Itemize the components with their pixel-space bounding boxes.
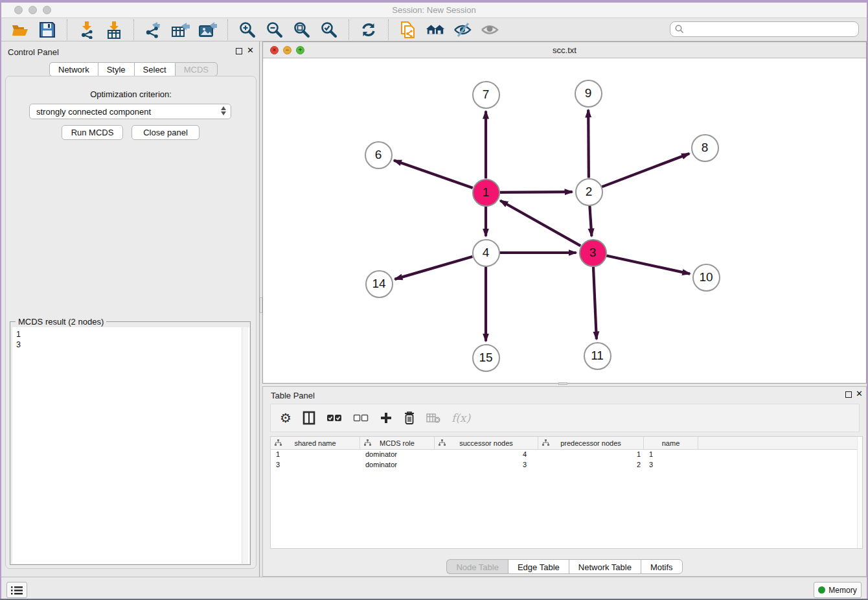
mcds-panel: Optimization criterion: strongly connect… (5, 76, 257, 569)
zoom-out-icon[interactable] (265, 20, 284, 40)
import-network-icon[interactable] (77, 20, 97, 40)
mcds-result-text[interactable]: 1 3 (12, 327, 249, 564)
table-row[interactable]: 3 dominator 3 2 3 (271, 460, 862, 470)
cell-name[interactable]: 1 (644, 450, 698, 460)
graph-edge-2-3[interactable] (589, 205, 591, 236)
delete-table-icon[interactable] (426, 410, 440, 426)
graph-node-11[interactable]: 11 (584, 342, 611, 370)
tab-mcds[interactable]: MCDS (175, 62, 218, 76)
graph-edge-1-2[interactable] (499, 192, 572, 192)
cell-mcds-role[interactable]: dominator (360, 450, 435, 460)
graph-edge-1-6[interactable] (394, 160, 473, 187)
control-panel-header: Control Panel ✕ (1, 41, 262, 61)
function-icon[interactable]: f(x) (451, 410, 470, 426)
zoom-fit-icon[interactable] (292, 20, 312, 40)
graph-edge-3-11[interactable] (593, 266, 597, 339)
cell-shared-name[interactable]: 3 (271, 460, 360, 470)
dropdown-stepper-icon (221, 106, 226, 115)
cell-successor-nodes[interactable]: 4 (435, 450, 538, 460)
zoom-selected-icon[interactable] (319, 20, 339, 40)
column-header-predecessor-nodes[interactable]: predecessor nodes (538, 437, 644, 449)
column-header-name[interactable]: name (644, 437, 698, 449)
tab-edge-table[interactable]: Edge Table (508, 559, 569, 574)
cell-predecessor-nodes[interactable]: 1 (538, 450, 644, 460)
close-panel-icon[interactable]: ✕ (247, 45, 254, 55)
run-mcds-button[interactable]: Run MCDS (62, 125, 123, 140)
cell-shared-name[interactable]: 1 (271, 450, 360, 460)
graph-node-9[interactable]: 9 (575, 80, 602, 108)
task-history-button[interactable] (6, 582, 27, 598)
tab-network[interactable]: Network (49, 62, 98, 76)
graph-node-7[interactable]: 7 (472, 81, 500, 109)
graph-edge-3-10[interactable] (606, 256, 690, 274)
float-panel-icon[interactable] (236, 48, 242, 54)
export-table-icon[interactable] (171, 20, 190, 40)
result-scrollbar[interactable] (242, 327, 248, 564)
tab-network-table[interactable]: Network Table (569, 559, 641, 574)
export-network-icon[interactable] (144, 20, 163, 40)
main-toolbar (1, 18, 867, 41)
graph-edge-4-14[interactable] (394, 257, 472, 279)
graph-node-10[interactable]: 10 (692, 264, 720, 292)
search-input[interactable] (685, 25, 858, 34)
hide-eye-icon[interactable] (453, 20, 472, 40)
table-panel: Table Panel ✕ ⚙ f(x) shared name (262, 386, 867, 577)
criterion-dropdown[interactable]: strongly connected component (29, 104, 231, 119)
table-row[interactable]: 1 dominator 4 1 1 (271, 450, 862, 460)
memory-button[interactable]: Memory (814, 582, 862, 598)
table-scrollbar[interactable] (857, 437, 862, 548)
save-icon[interactable] (38, 20, 57, 40)
add-icon[interactable] (380, 410, 393, 426)
graph-edge-2-9[interactable] (588, 110, 589, 178)
cell-successor-nodes[interactable]: 3 (435, 460, 538, 470)
refresh-icon[interactable] (359, 20, 378, 40)
search-field[interactable] (670, 21, 859, 37)
table-panel-tabs: Node Table Edge Table Network Table Moti… (263, 559, 866, 574)
tab-select[interactable]: Select (134, 62, 175, 76)
toolbar-separator (67, 19, 67, 40)
select-all-icon[interactable] (326, 410, 342, 426)
graph-node-15[interactable]: 15 (472, 344, 500, 372)
clone-network-icon[interactable] (398, 20, 418, 40)
tab-node-table[interactable]: Node Table (446, 559, 508, 574)
network-window-title: scc.txt (263, 45, 866, 55)
graph-node-1[interactable]: 1 (472, 179, 500, 207)
open-folder-icon[interactable] (10, 20, 30, 40)
import-table-icon[interactable] (104, 20, 124, 40)
graph-node-4[interactable]: 4 (472, 239, 500, 267)
cell-mcds-role[interactable]: dominator (360, 460, 435, 470)
graph-edge-3-1[interactable] (500, 201, 580, 246)
delete-icon[interactable] (404, 410, 415, 426)
status-bar: Memory (1, 577, 867, 599)
zoom-in-icon[interactable] (238, 20, 257, 40)
export-image-icon[interactable] (198, 20, 218, 40)
show-eye-icon[interactable] (480, 20, 499, 40)
column-header-shared-name[interactable]: shared name (271, 437, 360, 449)
graph-node-6[interactable]: 6 (365, 141, 393, 169)
column-header-mcds-role[interactable]: MCDS role (360, 437, 435, 449)
tab-motifs[interactable]: Motifs (641, 559, 683, 574)
cell-predecessor-nodes[interactable]: 2 (538, 460, 644, 470)
app-title: Session: New Session (1, 5, 867, 15)
graph-edges[interactable] (263, 58, 866, 383)
column-header-successor-nodes[interactable]: successor nodes (435, 437, 538, 449)
network-window-titlebar: × − + scc.txt (263, 42, 866, 58)
table-panel-title: Table Panel (271, 391, 315, 400)
network-canvas[interactable]: 7968124314101511 (263, 58, 866, 383)
close-table-panel-icon[interactable]: ✕ (856, 389, 863, 398)
gear-icon[interactable]: ⚙ (280, 410, 291, 426)
graph-node-3[interactable]: 3 (579, 239, 607, 267)
tab-style[interactable]: Style (98, 62, 134, 76)
graph-edge-2-8[interactable] (602, 154, 689, 187)
float-table-panel-icon[interactable] (845, 391, 852, 398)
close-panel-button[interactable]: Close panel (131, 125, 200, 140)
graph-node-2[interactable]: 2 (575, 178, 603, 206)
graph-node-8[interactable]: 8 (691, 134, 719, 162)
columns-icon[interactable] (303, 410, 315, 426)
mcds-result-title: MCDS result (2 nodes) (16, 317, 106, 327)
graph-node-14[interactable]: 14 (365, 270, 393, 298)
cell-name[interactable]: 3 (644, 460, 698, 470)
horizontal-splitter-handle[interactable] (558, 382, 567, 385)
home-network-icon[interactable] (426, 20, 445, 40)
deselect-all-icon[interactable] (353, 410, 369, 426)
